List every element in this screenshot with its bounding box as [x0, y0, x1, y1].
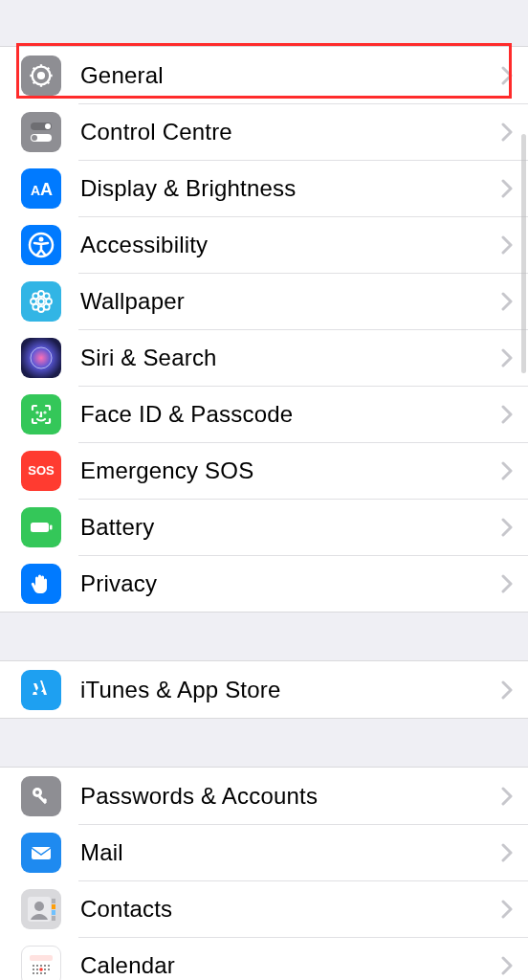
svg-rect-23 — [31, 523, 49, 532]
row-label: Calendar — [80, 952, 501, 979]
chevron-right-icon — [501, 122, 513, 142]
svg-text:A: A — [40, 180, 53, 199]
key-icon — [21, 776, 61, 816]
svg-rect-32 — [52, 899, 55, 903]
faceid-icon — [21, 394, 61, 434]
row-label: Face ID & Passcode — [80, 401, 501, 428]
chevron-right-icon — [501, 235, 513, 255]
svg-point-15 — [33, 293, 38, 299]
siri-icon — [21, 338, 61, 378]
svg-point-50 — [39, 968, 43, 971]
svg-rect-33 — [52, 904, 55, 909]
svg-point-9 — [39, 236, 44, 241]
svg-point-41 — [48, 965, 50, 967]
svg-rect-29 — [32, 847, 51, 859]
svg-point-44 — [44, 969, 46, 970]
svg-point-21 — [45, 412, 46, 412]
battery-icon — [21, 507, 61, 547]
svg-point-46 — [33, 972, 34, 974]
svg-point-31 — [34, 902, 44, 911]
chevron-right-icon — [501, 292, 513, 311]
svg-point-39 — [40, 965, 42, 967]
text-size-icon: AA — [21, 168, 61, 209]
chevron-right-icon — [501, 900, 513, 919]
row-control-centre[interactable]: Control Centre — [0, 103, 528, 160]
svg-point-45 — [48, 969, 50, 970]
svg-text:A: A — [31, 183, 40, 198]
svg-point-43 — [36, 969, 38, 970]
row-mail[interactable]: Mail — [0, 824, 528, 880]
chevron-right-icon — [501, 461, 513, 480]
toggles-icon — [21, 112, 61, 152]
row-label: Mail — [80, 839, 501, 866]
calendar-icon — [21, 946, 61, 981]
settings-section-main: General Control Centre AA Display & Brig… — [0, 46, 528, 612]
row-display-brightness[interactable]: AA Display & Brightness — [0, 160, 528, 216]
svg-rect-35 — [52, 916, 55, 921]
row-privacy[interactable]: Privacy — [0, 555, 528, 612]
scrollbar[interactable] — [521, 134, 526, 373]
sos-icon: SOS — [21, 451, 61, 491]
gear-icon — [21, 56, 61, 96]
row-label: Contacts — [80, 896, 501, 923]
svg-point-3 — [45, 123, 51, 129]
row-label: Passwords & Accounts — [80, 783, 501, 810]
settings-section-store: iTunes & App Store — [0, 660, 528, 719]
chevron-right-icon — [501, 179, 513, 198]
svg-point-16 — [44, 293, 50, 299]
row-wallpaper[interactable]: Wallpaper — [0, 273, 528, 329]
row-label: Accessibility — [80, 232, 501, 258]
row-label: Battery — [80, 514, 501, 541]
row-siri-search[interactable]: Siri & Search — [0, 329, 528, 386]
row-faceid-passcode[interactable]: Face ID & Passcode — [0, 386, 528, 442]
svg-point-40 — [44, 965, 46, 967]
chevron-right-icon — [501, 405, 513, 424]
svg-point-42 — [33, 969, 34, 970]
row-label: Privacy — [80, 570, 501, 597]
chevron-right-icon — [501, 787, 513, 806]
svg-rect-34 — [52, 910, 55, 915]
flower-icon — [21, 281, 61, 322]
svg-rect-36 — [30, 955, 53, 961]
accessibility-icon — [21, 225, 61, 265]
row-label: Siri & Search — [80, 345, 501, 371]
svg-text:SOS: SOS — [28, 463, 55, 478]
contacts-icon — [21, 889, 61, 929]
row-emergency-sos[interactable]: SOS Emergency SOS — [0, 442, 528, 499]
row-accessibility[interactable]: Accessibility — [0, 216, 528, 273]
settings-section-accounts: Passwords & Accounts Mail Contacts Calen… — [0, 767, 528, 980]
svg-point-37 — [33, 965, 34, 967]
svg-point-48 — [40, 972, 42, 974]
chevron-right-icon — [501, 680, 513, 700]
row-label: Display & Brightness — [80, 175, 501, 202]
row-contacts[interactable]: Contacts — [0, 880, 528, 937]
mail-icon — [21, 833, 61, 873]
chevron-right-icon — [501, 348, 513, 368]
row-battery[interactable]: Battery — [0, 499, 528, 555]
row-itunes-appstore[interactable]: iTunes & App Store — [0, 661, 528, 718]
svg-point-38 — [36, 965, 38, 967]
row-label: Wallpaper — [80, 288, 501, 315]
svg-point-18 — [44, 303, 50, 309]
row-general[interactable]: General — [0, 47, 528, 103]
row-label: Emergency SOS — [80, 457, 501, 484]
chevron-right-icon — [501, 843, 513, 862]
row-label: Control Centre — [80, 119, 501, 145]
row-passwords-accounts[interactable]: Passwords & Accounts — [0, 768, 528, 824]
svg-point-1 — [38, 73, 44, 78]
row-calendar[interactable]: Calendar — [0, 937, 528, 980]
svg-point-20 — [37, 412, 38, 412]
svg-point-26 — [35, 791, 39, 794]
svg-point-17 — [33, 303, 38, 309]
chevron-right-icon — [501, 956, 513, 975]
svg-point-47 — [36, 972, 38, 974]
svg-rect-24 — [50, 524, 53, 529]
row-label: iTunes & App Store — [80, 677, 501, 703]
row-label: General — [80, 62, 501, 89]
chevron-right-icon — [501, 574, 513, 593]
svg-point-19 — [31, 347, 52, 368]
svg-point-5 — [32, 135, 37, 141]
chevron-right-icon — [501, 66, 513, 85]
chevron-right-icon — [501, 518, 513, 537]
svg-point-49 — [44, 972, 46, 974]
